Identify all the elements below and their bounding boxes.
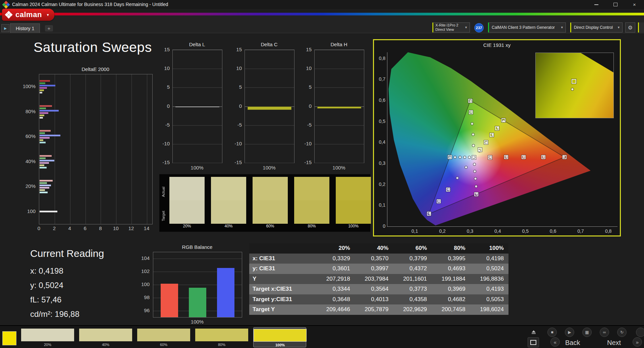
swatch-label: 100% <box>336 224 371 228</box>
table-cell: 202,9629 <box>393 304 432 315</box>
table-cell: 209,4646 <box>316 304 355 315</box>
y-tick-label: 0 <box>167 103 170 109</box>
actual-swatch <box>169 177 205 200</box>
gridline <box>173 50 222 50</box>
x-tick-label: 6 <box>80 225 90 231</box>
play-button[interactable]: ▶ <box>565 328 574 337</box>
history-panel-toggle[interactable]: ▶ <box>1 24 9 32</box>
table-cell: 0,3995 <box>432 254 470 264</box>
current-reading-x: x: 0,4198 <box>30 266 63 276</box>
saturation-level-button[interactable]: 40% <box>79 327 132 347</box>
y-tick-label: -10 <box>304 141 312 147</box>
gridline <box>116 74 116 224</box>
toolbar-overflow-item[interactable] <box>638 22 644 32</box>
pattern-generator-dropdown[interactable]: CalMAN Client 3 Pattern Generator ▼ <box>488 22 566 32</box>
target-point <box>488 155 492 159</box>
chart-element <box>254 329 307 342</box>
link-button[interactable]: ∞ <box>600 328 609 337</box>
y-tick-label: 0 <box>309 103 312 109</box>
target-point <box>437 199 441 203</box>
saturation-level-button[interactable]: 60% <box>137 327 190 347</box>
table-header-row: 20%40%60%80%100% <box>249 243 508 254</box>
table-cell: 0,3799 <box>393 254 432 264</box>
table-cell: 0,3601 <box>316 264 355 274</box>
tab-history-1[interactable]: History 1 <box>10 23 40 33</box>
target-row-label: Target <box>161 204 166 228</box>
table-cell: 0,3773 <box>393 284 432 294</box>
table-cell: 196,8836 <box>470 274 508 284</box>
target-swatch <box>336 200 371 224</box>
table-header-cell: 80% <box>432 243 470 254</box>
table-row: Target Y209,4646205,7879202,9629200,7458… <box>249 304 508 315</box>
y-tick-label: 20% <box>25 183 36 189</box>
calman-menu-button[interactable]: calman ▼ <box>2 9 54 21</box>
saturation-level-button[interactable]: 100% <box>253 327 306 347</box>
saturation-level-label: 60% <box>137 343 190 347</box>
next-chevron-button[interactable]: » <box>633 337 642 347</box>
table-row-label: x: CIE31 <box>249 254 316 264</box>
table-cell: 0,4682 <box>432 294 470 305</box>
close-button[interactable]: × <box>625 0 644 9</box>
display-control-dropdown[interactable]: Direct Display Control ▼ <box>570 22 623 32</box>
cie-chart-title: CIE 1931 xy <box>374 42 620 48</box>
gridline <box>245 87 294 88</box>
gridline <box>245 69 294 69</box>
gridline <box>173 163 222 163</box>
stop-button[interactable]: ■ <box>547 328 557 337</box>
delta-c-chart <box>245 50 294 163</box>
table-cell: 0,5024 <box>470 264 508 274</box>
deltae-bar <box>40 130 51 132</box>
swatch-column <box>253 177 288 224</box>
swatch-label: 60% <box>253 224 288 228</box>
y-tick-label: 0,8 <box>375 56 385 61</box>
gear-icon[interactable]: ⚙ <box>625 22 635 32</box>
eject-icon[interactable] <box>529 328 539 336</box>
minimize-button[interactable] <box>587 0 606 9</box>
target-point <box>522 155 526 159</box>
back-chevron-button[interactable]: « <box>550 337 560 347</box>
next-button[interactable]: Next <box>607 339 621 347</box>
gridline <box>315 125 364 126</box>
deltae-bar <box>40 155 52 157</box>
deltae-bar <box>40 89 44 91</box>
refresh-button[interactable]: ↻ <box>617 328 627 337</box>
y-tick-label: 60% <box>25 133 36 139</box>
restore-button[interactable] <box>606 0 625 9</box>
y-tick-label: 98 <box>144 294 150 300</box>
gridline <box>101 74 101 224</box>
y-tick-label: -5 <box>165 122 170 128</box>
save-button[interactable]: ▦ <box>582 328 592 337</box>
saturation-level-button[interactable]: 80% <box>195 327 248 347</box>
measured-point <box>475 185 478 188</box>
table-header-cell: 60% <box>393 243 432 254</box>
y-tick-label: 15 <box>306 47 312 53</box>
current-reading-fl: fL: 57,46 <box>30 295 61 304</box>
target-swatch <box>169 200 205 224</box>
bottom-bar: 20%40%60%80%100% ■ ▶ ▦ ∞ ↻ « Back Next » <box>0 325 644 348</box>
table-cell: 0,5053 <box>470 294 508 305</box>
meter-mode: Direct View <box>435 27 458 32</box>
y-tick-label: -15 <box>162 159 170 165</box>
table-cell: 0,3344 <box>316 284 355 294</box>
saturation-level-label: 40% <box>79 343 132 347</box>
table-cell: 0,3997 <box>355 264 393 274</box>
pattern-generator-label: CalMAN Client 3 Pattern Generator <box>492 25 555 30</box>
table-header-cell: 40% <box>355 243 393 254</box>
table-cell: 0,4193 <box>470 284 508 294</box>
rgb-bar-blue <box>217 268 234 317</box>
back-button[interactable]: Back <box>565 339 580 347</box>
gridline <box>153 259 242 259</box>
table-cell: 0,4013 <box>355 294 393 305</box>
target-point <box>468 99 472 103</box>
table-cell: 0,3969 <box>432 284 470 294</box>
add-tab-button[interactable]: + <box>45 25 53 31</box>
swatch-label: 40% <box>211 224 246 228</box>
overflow-button[interactable] <box>636 328 644 337</box>
y-tick-label: 5 <box>167 84 170 90</box>
saturation-level-button[interactable]: 20% <box>21 327 74 347</box>
chevron-down-icon: ▼ <box>560 26 564 29</box>
pattern-window-button[interactable] <box>528 337 539 347</box>
actual-swatch <box>336 177 371 200</box>
meter-dropdown[interactable]: X-Rite i1Pro 2 Direct View ▼ <box>432 22 470 32</box>
table-cell: 200,7458 <box>432 304 470 315</box>
